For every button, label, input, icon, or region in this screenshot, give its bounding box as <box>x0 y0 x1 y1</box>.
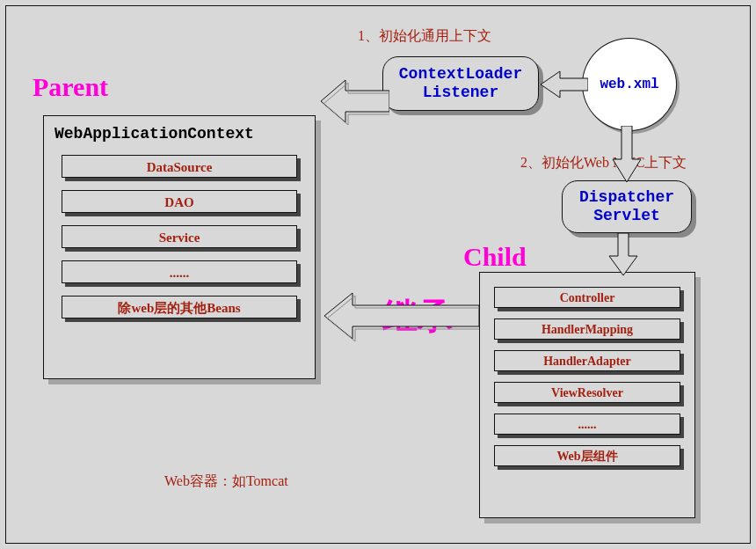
svg-marker-2 <box>541 71 588 98</box>
parent-context-box: WebApplicationContext DataSource DAO Ser… <box>43 115 316 379</box>
listener-label-l1: ContextLoader <box>399 65 522 84</box>
child-item: HandlerAdapter <box>494 350 680 371</box>
arrow-listener-to-parent <box>319 75 389 128</box>
web-xml-label: web.xml <box>600 77 658 92</box>
arrow-webxml-to-dispatcher <box>609 126 644 184</box>
parent-item: DAO <box>62 190 297 213</box>
dispatcher-servlet-node: Dispatcher Servlet <box>562 180 692 233</box>
svg-marker-0 <box>321 80 389 122</box>
svg-marker-4 <box>609 233 637 275</box>
parent-title: Parent <box>33 72 108 102</box>
child-item: HandlerMapping <box>494 318 680 340</box>
child-item: ViewResolver <box>494 382 680 403</box>
parent-item: Service <box>62 225 297 248</box>
diagram-canvas: Parent WebApplicationContext DataSource … <box>5 5 751 544</box>
svg-marker-5 <box>324 293 479 339</box>
context-loader-listener-node: ContextLoader Listener <box>382 56 539 111</box>
dispatcher-label-l1: Dispatcher <box>579 188 674 207</box>
annotation-step2: 2、初始化Web MVC上下文 <box>520 154 687 172</box>
child-title: Child <box>463 242 527 272</box>
child-item: Controller <box>494 287 680 308</box>
child-item: Web层组件 <box>494 445 680 466</box>
arrow-dispatcher-to-child <box>606 233 641 277</box>
annotation-step1: 1、初始化通用上下文 <box>358 27 491 46</box>
web-xml-node: web.xml <box>582 38 677 131</box>
child-item: ...... <box>494 414 680 435</box>
arrow-inherit <box>323 289 479 342</box>
parent-item: ...... <box>62 260 297 283</box>
listener-label-l2: Listener <box>423 84 498 102</box>
svg-marker-3 <box>613 126 641 182</box>
annotation-tomcat: Web容器：如Tomcat <box>164 472 288 491</box>
dispatcher-label-l2: Servlet <box>593 207 660 225</box>
parent-item: 除web层的其他Beans <box>62 296 297 318</box>
parent-context-title: WebApplicationContext <box>55 125 304 143</box>
parent-item: DataSource <box>62 155 297 178</box>
child-context-box: Controller HandlerMapping HandlerAdapter… <box>479 272 695 518</box>
arrow-webxml-to-listener <box>539 68 588 101</box>
